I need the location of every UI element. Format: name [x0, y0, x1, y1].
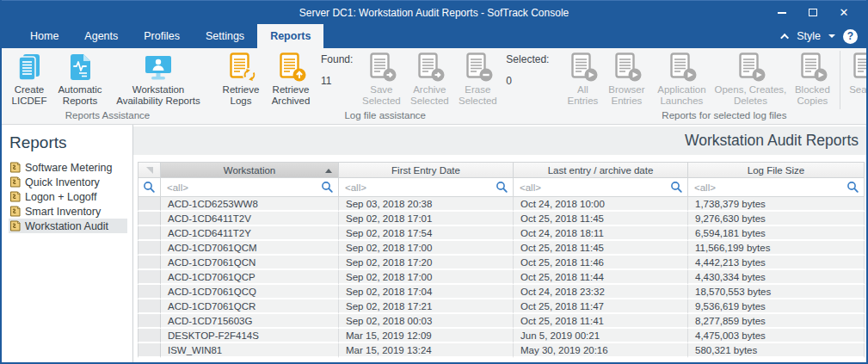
cell-workstation: ACD-1CD6411T2V: [161, 212, 339, 226]
sidebar-item-smart-inventory[interactable]: Smart Inventory: [9, 204, 127, 219]
retrieve-archived-label: Retrieve Archived: [266, 84, 316, 107]
sidebar-title: Reports: [9, 133, 132, 152]
report-icon: [9, 206, 21, 217]
filter-field-workstation[interactable]: [165, 182, 321, 194]
sidebar-item-quick-inventory[interactable]: Quick Inventory: [9, 175, 127, 189]
style-dropdown-icon[interactable]: [828, 34, 835, 38]
sidebar-items: Software MeteringQuick InventoryLogon + …: [9, 160, 132, 233]
collapse-ribbon-icon[interactable]: [780, 33, 789, 41]
cell-first_entry: Sep 02, 2018 17:00: [339, 241, 514, 256]
table-row[interactable]: ACD-1CD715603GSep 02, 2018 00:03Oct 25, …: [138, 314, 866, 329]
cell-first_entry: Sep 02, 2018 17:01: [339, 212, 514, 226]
row-indicator-cell: [138, 256, 161, 270]
selected-counter-value: 0: [506, 75, 549, 87]
cell-last_entry: Oct 25, 2018 11:46: [514, 256, 688, 270]
table-filter-row: [138, 178, 866, 197]
cell-workstation: ACD-1CD7061QCQ: [161, 285, 339, 299]
table-row[interactable]: ISW_WIN81Mar 15, 2019 13:24May 30, 2019 …: [138, 343, 866, 358]
filter-input-size[interactable]: [688, 178, 865, 197]
cell-first_entry: Sep 02, 2018 17:54: [339, 226, 514, 241]
sidebar-item-software-metering[interactable]: Software Metering: [9, 160, 127, 175]
header-label: Log File Size: [748, 165, 804, 176]
application-launches-label: Application Launches: [650, 84, 712, 107]
table-row[interactable]: ACD-1CD6253WW8Sep 03, 2018 20:38Oct 24, …: [138, 197, 866, 212]
filter-search-cell[interactable]: [138, 178, 161, 197]
close-button[interactable]: ✕: [828, 1, 859, 24]
header-cell-last_entry[interactable]: Last entry / archive date: [514, 162, 688, 178]
table-row[interactable]: ACD-1CD6411T2VSep 02, 2018 17:01Oct 25, …: [138, 212, 866, 226]
create-licdef-button[interactable]: Create LICDEF: [8, 51, 51, 107]
table-row[interactable]: DESKTOP-F2F414SMar 15, 2019 12:09Jun 5, …: [138, 329, 866, 343]
browser-entries-button: Browser Entries: [604, 51, 649, 107]
help-button[interactable]: ?: [843, 29, 858, 44]
cell-size: 6,594,181 bytes: [688, 226, 865, 241]
cell-last_entry: May 30, 2019 20:16: [514, 343, 688, 358]
doc-refresh-orange-icon: [225, 51, 257, 83]
row-indicator-cell: [138, 270, 161, 285]
tab-profiles[interactable]: Profiles: [131, 24, 193, 48]
search-icon: [846, 181, 859, 194]
ribbon-group-label: Log file assistance: [217, 110, 553, 124]
cell-size: 4,442,213 bytes: [688, 256, 865, 270]
doc-pulse-blue-icon: [65, 51, 96, 83]
cell-first_entry: Sep 02, 2018 17:00: [339, 270, 514, 285]
table-row[interactable]: ACD-1CD7061QCPSep 02, 2018 17:00Oct 25, …: [138, 270, 866, 285]
retrieve-logs-button[interactable]: Retrieve Logs: [218, 51, 264, 107]
tab-settings[interactable]: Settings: [193, 24, 257, 48]
table-row[interactable]: ACD-1CD7061QCQSep 02, 2018 17:04Oct 24, …: [138, 285, 866, 299]
cell-first_entry: Sep 02, 2018 17:21: [339, 299, 514, 314]
filter-field-first_entry[interactable]: [343, 182, 496, 194]
table-row[interactable]: ACD-1CD6411T2YSep 02, 2018 17:54Oct 24, …: [138, 226, 866, 241]
report-icon: [9, 176, 21, 188]
sidebar-item-workstation-audit[interactable]: Workstation Audit: [9, 219, 127, 233]
tab-agents[interactable]: Agents: [71, 24, 131, 48]
table-row[interactable]: ACD-1CD7061QCRSep 02, 2018 17:21Oct 25, …: [138, 299, 866, 314]
ribbon-tab-bar: HomeAgentsProfilesSettingsReports Style …: [2, 24, 866, 48]
search-icon: [496, 181, 508, 194]
ribbon: Create LICDEFAutomatic ReportsWorkstatio…: [2, 48, 866, 125]
save-selected-label: Save Selected: [358, 84, 404, 107]
report-icon: [9, 191, 21, 202]
header-cell-corner: [138, 162, 161, 178]
table-row[interactable]: ACD-1CD7061QCNSep 02, 2018 17:20Oct 25, …: [138, 256, 866, 270]
cell-workstation: ACD-1CD7061QCP: [161, 270, 339, 285]
table-row[interactable]: ACD-1CD7061QCMSep 02, 2018 17:00Oct 25, …: [138, 241, 866, 256]
minimize-button[interactable]: [766, 1, 797, 24]
filter-input-first_entry[interactable]: [339, 178, 514, 197]
row-indicator-cell: [138, 226, 161, 241]
sidebar-item-logon-logoff[interactable]: Logon + Logoff: [9, 189, 127, 204]
page-title: Workstation Audit Reports: [685, 132, 859, 150]
header-cell-size[interactable]: Log File Size: [688, 162, 865, 178]
header-cell-first_entry[interactable]: First Entry Date: [339, 162, 514, 178]
all-entries-label: All Entries: [563, 84, 602, 107]
tab-reports[interactable]: Reports: [257, 24, 323, 48]
style-button[interactable]: Style: [797, 30, 821, 42]
sidebar-item-label: Software Metering: [25, 162, 112, 174]
sidebar-item-label: Workstation Audit: [25, 220, 108, 232]
filter-input-workstation[interactable]: [161, 178, 339, 197]
header-cell-workstation[interactable]: Workstation: [161, 162, 339, 178]
close-icon: ✕: [840, 7, 849, 18]
all-entries-button: All Entries: [563, 51, 602, 107]
cell-size: 18,570,553 bytes: [688, 285, 865, 299]
title-bar: Server DC1: Workstation Audit Reports - …: [2, 0, 866, 24]
cell-last_entry: Oct 25, 2018 11:47: [514, 299, 688, 314]
workstation-availability-reports-button[interactable]: Workstation Availability Reports: [109, 51, 207, 107]
maximize-button[interactable]: [797, 1, 828, 24]
search-label: Search: [849, 84, 868, 96]
filter-input-last_entry[interactable]: [514, 178, 688, 197]
erase-selected-label: Erase Selected: [454, 84, 501, 107]
tab-home[interactable]: Home: [17, 24, 71, 48]
automatic-reports-button[interactable]: Automatic Reports: [52, 51, 108, 107]
doc-stack-blue-icon: [14, 51, 46, 83]
header-label: First Entry Date: [391, 165, 460, 176]
window-controls: ✕: [766, 1, 866, 24]
create-licdef-label: Create LICDEF: [8, 84, 51, 107]
filter-field-size[interactable]: [693, 182, 846, 194]
filter-field-last_entry[interactable]: [518, 182, 670, 194]
row-indicator-cell: [138, 329, 161, 343]
sidebar-item-label: Logon + Logoff: [25, 191, 97, 203]
minimize-icon: [778, 12, 786, 14]
retrieve-archived-button[interactable]: Retrieve Archived: [266, 51, 316, 107]
doc-play-gray-icon: [735, 51, 766, 83]
